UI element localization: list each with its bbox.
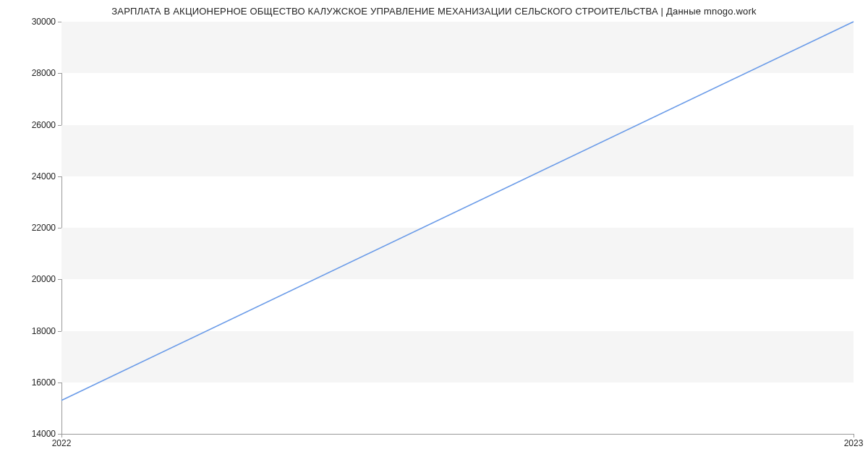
y-tick-label: 18000: [5, 326, 56, 336]
chart-line-svg: [61, 22, 854, 434]
y-tick-label: 30000: [5, 17, 56, 27]
data-line: [61, 22, 854, 401]
y-tick-mark: [58, 383, 61, 383]
x-axis-line: [61, 434, 854, 435]
y-tick-mark: [58, 22, 61, 22]
x-tick-mark: [61, 434, 62, 437]
chart-title: ЗАРПЛАТА В АКЦИОНЕРНОЕ ОБЩЕСТВО КАЛУЖСКО…: [0, 6, 868, 17]
y-tick-mark: [58, 279, 61, 280]
y-tick-mark: [58, 73, 61, 74]
y-tick-label: 22000: [5, 223, 56, 233]
y-tick-mark: [58, 228, 61, 228]
y-tick-label: 14000: [5, 429, 56, 439]
x-tick-label: 2022: [52, 438, 72, 448]
y-tick-label: 16000: [5, 377, 56, 388]
plot-area: [61, 22, 854, 434]
y-tick-mark: [58, 331, 61, 332]
x-tick-mark: [854, 434, 854, 437]
y-tick-mark: [58, 176, 61, 177]
y-tick-label: 20000: [5, 274, 56, 284]
y-tick-label: 24000: [5, 171, 56, 181]
y-tick-mark: [58, 125, 61, 126]
y-tick-label: 28000: [5, 68, 56, 78]
y-tick-label: 26000: [5, 120, 56, 130]
x-tick-label: 2023: [844, 438, 864, 448]
